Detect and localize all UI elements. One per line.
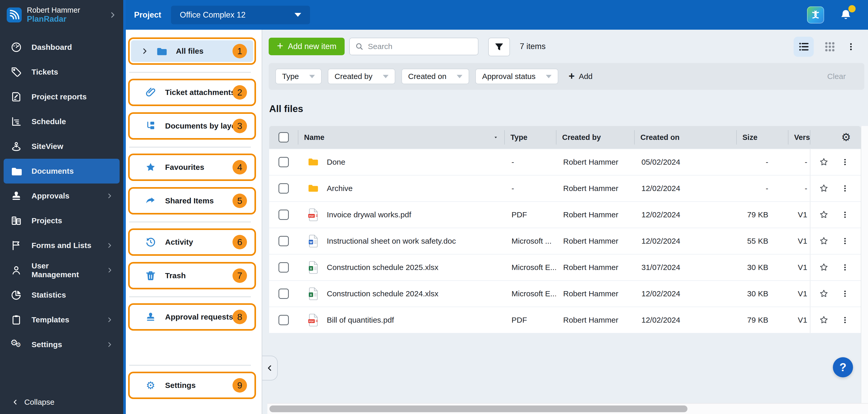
planradar-app: Project Office Complex 12 Robert Hammer …	[0, 0, 868, 414]
chevron-right-icon[interactable]	[109, 11, 117, 19]
sidebar-item-siteview[interactable]: SiteView	[0, 134, 123, 159]
tree-item-activity[interactable]: Activity6	[131, 231, 253, 253]
add-new-item-button[interactable]: + Add new item	[269, 38, 345, 55]
sidebar-item-project-reports[interactable]: Project reports	[0, 84, 123, 109]
grid-view-button[interactable]	[823, 39, 837, 54]
row-menu-icon[interactable]	[841, 264, 849, 271]
sidebar-collapse-button[interactable]: Collapse	[0, 390, 123, 414]
tree-item-shared-items[interactable]: Shared Items5	[131, 190, 253, 212]
filter-button[interactable]	[488, 38, 510, 56]
step-badge: 9	[232, 378, 247, 392]
sidebar-item-projects[interactable]: Projects	[0, 208, 123, 233]
sidebar-item-approvals[interactable]: Approvals	[0, 183, 123, 208]
column-settings[interactable]: ⚙	[810, 126, 861, 149]
vertical-scrollbar[interactable]	[861, 126, 868, 404]
filter-pill-created-on[interactable]: Created on	[401, 69, 469, 84]
column-header-name[interactable]: Name	[298, 126, 504, 149]
more-options-button[interactable]	[846, 39, 856, 54]
sidebar-item-dashboard[interactable]: Dashboard	[0, 35, 123, 60]
favourite-star-icon[interactable]	[819, 183, 829, 194]
row-menu-icon[interactable]	[841, 158, 849, 166]
folder-icon	[10, 165, 22, 177]
panel-collapse-handle[interactable]	[262, 356, 278, 380]
documents-tree-panel: All files1Ticket attachments2Documents b…	[126, 30, 262, 414]
expand-chevron-icon[interactable]	[141, 47, 149, 55]
sidebar-item-user-management[interactable]: User Management	[0, 258, 123, 283]
file-type: Microsoft E...	[504, 254, 556, 280]
column-header-size[interactable]: Size	[736, 126, 788, 149]
filter-pill-type[interactable]: Type	[275, 69, 322, 84]
account-header[interactable]: Robert Hammer PlanRadar	[0, 0, 123, 30]
clear-filters-button[interactable]: Clear	[827, 72, 846, 81]
connect-app-button[interactable]	[807, 6, 824, 24]
tree-item-label: Settings	[165, 381, 195, 390]
table-row-invoice-drywal-works-pdf[interactable]: PDFInvoice drywal works.pdfPDFRobert Ham…	[269, 202, 861, 228]
row-menu-icon[interactable]	[841, 290, 849, 298]
row-menu-icon[interactable]	[841, 237, 849, 245]
sidebar-item-templates[interactable]: Templates	[0, 307, 123, 332]
account-info: Robert Hammer PlanRadar	[27, 6, 80, 24]
row-checkbox[interactable]	[278, 157, 289, 167]
tree-item-ticket-attachments[interactable]: Ticket attachments2	[131, 81, 253, 103]
row-checkbox[interactable]	[278, 183, 289, 194]
created-on: 12/02/2024	[634, 307, 736, 333]
panel-divider	[129, 365, 251, 366]
column-header-version[interactable]: Vers	[788, 126, 810, 149]
sidebar-item-documents[interactable]: Documents	[4, 159, 120, 183]
row-checkbox[interactable]	[278, 210, 289, 220]
sidebar-item-schedule[interactable]: Schedule	[0, 109, 123, 134]
favourite-star-icon[interactable]	[819, 288, 829, 299]
sidebar-item-tickets[interactable]: Tickets	[0, 60, 123, 84]
filter-pill-approval-status[interactable]: Approval status	[475, 69, 558, 84]
row-checkbox[interactable]	[278, 236, 289, 246]
sidebar-item-label: Forms and Lists	[32, 241, 91, 250]
select-all-checkbox[interactable]	[278, 132, 289, 142]
search-input[interactable]	[367, 42, 473, 51]
step-badge: 7	[232, 269, 247, 283]
table-row-construction-schedule-2025-xlsx[interactable]: XConstruction schedule 2025.xlsxMicrosof…	[269, 254, 861, 280]
favourite-star-icon[interactable]	[819, 157, 829, 167]
favourite-star-icon[interactable]	[819, 236, 829, 246]
project-label: Project	[134, 10, 161, 20]
row-checkbox[interactable]	[278, 262, 289, 273]
horizontal-scrollbar-thumb[interactable]	[270, 406, 687, 412]
column-header-type[interactable]: Type	[504, 126, 556, 149]
project-select[interactable]: Office Complex 12	[171, 6, 310, 24]
created-by: Robert Hammer	[556, 254, 634, 280]
chevron-right-icon	[106, 316, 113, 323]
tree-item-settings[interactable]: ⚙Settings9	[131, 375, 253, 396]
table-row-done[interactable]: Done-Robert Hammer05/02/2024--	[269, 149, 861, 175]
tree-item-approval-requests[interactable]: Approval requests8	[131, 306, 253, 328]
tree-item-trash[interactable]: Trash7	[131, 265, 253, 286]
sidebar-item-settings[interactable]: ⚙⚙Settings	[0, 332, 123, 357]
row-menu-icon[interactable]	[841, 184, 849, 192]
list-view-button[interactable]	[794, 37, 814, 57]
items-count: 7 items	[520, 38, 546, 55]
row-checkbox[interactable]	[278, 315, 289, 325]
favourite-star-icon[interactable]	[819, 210, 829, 220]
help-button[interactable]: ?	[833, 357, 853, 377]
file-type: Microsoft ...	[504, 228, 556, 254]
tree-item-documents-by-layers[interactable]: Documents by layers3	[131, 115, 253, 137]
table-row-bill-of-quantities-pdf[interactable]: PDFBill of quantities.pdfPDFRobert Hamme…	[269, 307, 861, 333]
row-checkbox[interactable]	[278, 288, 289, 299]
notifications-button[interactable]	[839, 8, 852, 22]
filter-pill-created-by[interactable]: Created by	[328, 69, 395, 84]
row-menu-icon[interactable]	[841, 316, 849, 324]
column-header-created-by[interactable]: Created by	[556, 126, 634, 149]
tree-item-all-files[interactable]: All files1	[131, 40, 253, 62]
sidebar-item-statistics[interactable]: Statistics	[0, 283, 123, 307]
annotation-box-all-files: All files1	[128, 37, 256, 65]
table-row-construction-schedule-2024-xlsx[interactable]: XConstruction schedule 2024.xlsxMicrosof…	[269, 281, 861, 307]
table-row-archive[interactable]: Archive-Robert Hammer12/02/2024--	[269, 175, 861, 201]
table-row-instructional-sheet-on-work-safety-doc[interactable]: WInstructional sheet on work safety.docM…	[269, 228, 861, 254]
favourite-star-icon[interactable]	[819, 262, 829, 273]
add-filter-button[interactable]: + Add	[568, 71, 593, 82]
tree-item-label: Trash	[165, 271, 186, 280]
row-menu-icon[interactable]	[841, 211, 849, 219]
favourite-star-icon[interactable]	[819, 315, 829, 325]
column-header-created-on[interactable]: Created on	[634, 126, 736, 149]
sidebar-item-forms-and-lists[interactable]: Forms and Lists	[0, 233, 123, 258]
tree-item-favourites[interactable]: Favourites4	[131, 157, 253, 178]
pie-icon	[10, 289, 22, 301]
